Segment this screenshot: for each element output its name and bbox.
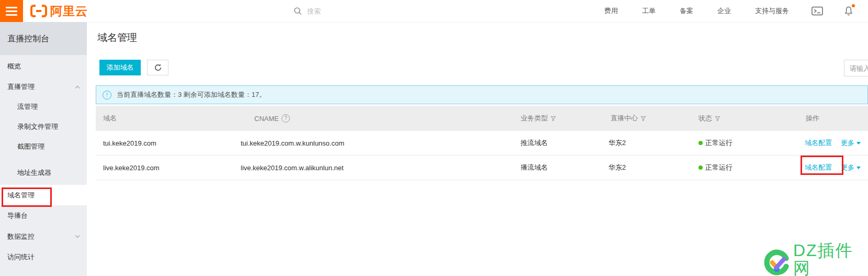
topbar: 阿里云 费用 工单 备案 企业 支持与服务 [0, 0, 868, 23]
topbar-menu-billing[interactable]: 费用 [604, 6, 618, 16]
domain-config-link[interactable]: 域名配置 [805, 138, 832, 148]
cell-type: 推流域名 [521, 138, 548, 148]
bell-icon [844, 6, 853, 16]
sidebar-item-data-monitoring[interactable]: 数据监控 [0, 229, 87, 245]
col-header-center: 直播中心 [611, 114, 646, 123]
table-row: tui.keke2019.com tui.keke2019.com.w.kunl… [96, 131, 868, 156]
logo-bracket-right-icon [42, 5, 47, 17]
info-icon: ! [103, 91, 111, 100]
sidebar-item-snapshot-management[interactable]: 截图管理 [0, 139, 87, 154]
aliyun-logo[interactable]: 阿里云 [30, 0, 88, 22]
caret-down-icon [856, 142, 861, 145]
topbar-menu-enterprise[interactable]: 企业 [717, 6, 731, 16]
hamburger-icon [6, 7, 17, 8]
cell-center: 华东2 [608, 163, 626, 172]
app-root: 阿里云 费用 工单 备案 企业 支持与服务 [0, 0, 868, 276]
terminal-icon [811, 6, 823, 16]
sidebar: 直播控制台 概览 直播管理 流管理 录制文件管理 截图管理 地址生成器 域名管理… [0, 22, 87, 276]
status-dot [698, 165, 703, 170]
sidebar-title: 直播控制台 [0, 22, 87, 55]
logo-dash-icon [36, 10, 41, 12]
notice-text: 当前直播域名数量：3 剩余可添加域名数量：17。 [117, 90, 266, 100]
add-domain-button[interactable]: 添加域名 [99, 60, 141, 75]
cloud-shell-button[interactable] [811, 6, 823, 16]
topbar-menu-icp[interactable]: 备案 [680, 6, 693, 16]
refresh-button[interactable] [147, 60, 168, 75]
sidebar-item-access-statistics[interactable]: 访问统计 [0, 249, 87, 265]
col-header-domain: 域名 [103, 114, 117, 123]
domain-config-link[interactable]: 域名配置 [805, 163, 832, 172]
filter-icon[interactable] [715, 116, 720, 122]
help-icon[interactable]: ? [281, 114, 290, 123]
page-title: 域名管理 [97, 31, 137, 45]
cell-actions: 域名配置 更多 [805, 163, 861, 172]
cell-cname: tui.keke2019.com.w.kunlunso.com [241, 139, 344, 147]
cell-center: 华东2 [608, 138, 626, 148]
watermark: DZ插件网 DZ-X.NET [763, 241, 868, 276]
topbar-search [294, 4, 387, 18]
refresh-icon [154, 63, 162, 72]
cell-domain: live.keke2019.com [103, 164, 160, 172]
domain-filter-input[interactable] [844, 60, 868, 76]
sidebar-item-domain-management[interactable]: 域名管理 [0, 185, 87, 205]
cell-type: 播流域名 [521, 163, 548, 172]
col-header-actions: 操作 [806, 114, 819, 123]
sidebar-item-stream-management[interactable]: 流管理 [0, 99, 87, 115]
logo-bracket-left-icon [30, 5, 36, 17]
watermark-title: DZ插件网 [793, 241, 868, 276]
chevron-up-icon [74, 85, 81, 89]
watermark-text: DZ插件网 DZ-X.NET [793, 241, 868, 276]
sidebar-item-live-management[interactable]: 直播管理 [0, 79, 87, 95]
cell-status: 正常运行 [698, 163, 732, 172]
chevron-down-icon [74, 235, 81, 239]
filter-icon[interactable] [550, 116, 556, 122]
table-header: 域名 CNAME ? 业务类型 直播中心 状态 [96, 106, 868, 131]
domain-table: 域名 CNAME ? 业务类型 直播中心 状态 [96, 106, 868, 180]
notice-banner: ! 当前直播域名数量：3 剩余可添加域名数量：17。 [96, 85, 868, 104]
cell-cname: live.keke2019.com.w.alikunlun.net [241, 164, 344, 172]
col-header-type: 业务类型 [521, 114, 556, 123]
table-row: live.keke2019.com live.keke2019.com.w.al… [96, 156, 868, 180]
status-text: 正常运行 [705, 163, 732, 172]
notification-badge [852, 4, 855, 7]
sidebar-item-url-generator[interactable]: 地址生成器 [0, 165, 87, 181]
cell-status: 正常运行 [698, 138, 732, 148]
col-header-cname: CNAME ? [254, 114, 290, 123]
more-dropdown[interactable]: 更多 [841, 163, 861, 172]
topbar-menu-support[interactable]: 支持与服务 [755, 6, 789, 16]
topbar-menu-tickets[interactable]: 工单 [642, 6, 656, 16]
sidebar-item-director-console[interactable]: 导播台 [0, 208, 87, 224]
cell-domain: tui.keke2019.com [103, 139, 156, 147]
cell-actions: 域名配置 更多 [805, 138, 861, 148]
status-text: 正常运行 [705, 138, 732, 148]
more-dropdown[interactable]: 更多 [841, 138, 861, 148]
watermark-logo-icon [763, 248, 791, 276]
hamburger-menu-button[interactable] [0, 0, 23, 22]
sidebar-item-overview[interactable]: 概览 [0, 59, 87, 74]
topbar-menu: 费用 工单 备案 企业 支持与服务 [592, 0, 868, 22]
notifications-button[interactable] [844, 6, 853, 16]
caret-down-icon [856, 167, 861, 169]
col-header-status: 状态 [698, 114, 720, 123]
filter-icon[interactable] [640, 116, 646, 122]
brand-text: 阿里云 [50, 3, 88, 19]
search-icon [294, 7, 302, 15]
search-input[interactable] [306, 7, 387, 16]
status-dot [698, 141, 703, 145]
sidebar-item-recording-files[interactable]: 录制文件管理 [0, 119, 87, 135]
